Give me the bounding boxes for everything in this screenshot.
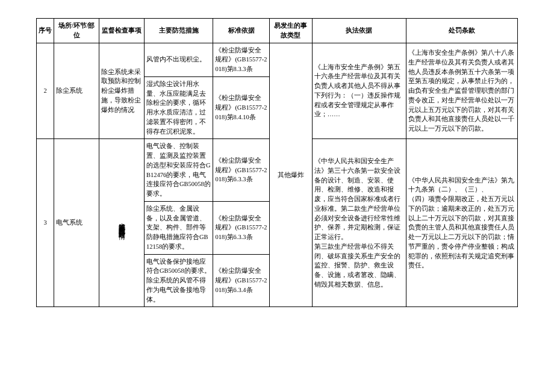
cell-measure: 除尘系统、金属设备，以及金属管道、支架、构件、部件等防静电措施应符合GB1215…: [144, 201, 213, 254]
cell-inspect: 除尘系统未采取预防和控制粉尘爆炸措施，导致粉尘爆炸的情况: [99, 43, 145, 139]
cell-basis: 《粉尘防爆安全规程》(GB15577-2018)第8.3.3条: [213, 43, 270, 76]
col-accident: 易发生的事故类型: [270, 19, 313, 43]
col-measure: 主要防范措施: [144, 19, 213, 43]
cell-place: 电气系统: [54, 139, 99, 307]
table-header-row: 序号 场所/环节/部位 监督检查事项 主要防范措施 标准依据 易发生的事故类型 …: [37, 19, 518, 43]
cell-measure: 电气设备、控制装置、监测及监控装置的选型和安装应符合GB12476的要求，电气连…: [144, 139, 213, 202]
cell-place: 除尘系统: [54, 43, 99, 139]
col-inspect: 监督检查事项: [99, 19, 145, 43]
cell-measure: 电气设备保护接地应符合GB50058的要求。除尘系统的风管不得作为电气设备接地导…: [144, 254, 213, 307]
table-row: 2 除尘系统 除尘系统未采取预防和控制粉尘爆炸措施，导致粉尘爆炸的情况 风管内不…: [37, 43, 518, 76]
cell-law: 《中华人民共和国安全生产法》第三十六条第一款安全设备的设计、制造、安装、使用、检…: [312, 139, 406, 307]
cell-seq: 3: [37, 139, 54, 307]
cell-measure: 风管内不出现积尘。: [144, 43, 213, 76]
col-place: 场所/环节/部位: [54, 19, 99, 43]
cell-penalty: 《中华人民共和国安全生产法》第九十九条第（二）、（三）、 （四）项责令限期改正，…: [406, 139, 517, 307]
cell-seq: 2: [37, 43, 54, 139]
col-law: 执法依据: [312, 19, 406, 43]
col-penalty: 处罚条款: [406, 19, 517, 43]
cell-inspect: 尘域选符昭发及新儿粉区的不在时路致情: [99, 139, 145, 307]
cell-law: 《上海市安全生产条例》第五十六条生产经营单位及其有关负责人或者其他人员不得从事下…: [312, 43, 406, 139]
cell-basis: 《粉尘防爆安全规程》(GB15577-2018)第6.3.3条: [213, 201, 270, 254]
cell-measure: 湿式除尘设计用水量、水压应能满足去除粉尘的要求，循环用水水质应清洁，过滤装置不得…: [144, 76, 213, 139]
cell-basis: 《粉尘防爆安全规程》(GB15577-2018)第8.4.10条: [213, 76, 270, 139]
regulation-table: 序号 场所/环节/部位 监督检查事项 主要防范措施 标准依据 易发生的事故类型 …: [36, 18, 518, 307]
cell-penalty: 《上海市安全生产条例》第八十八条生产经营单位及其有关负责人或者其他人员违反本条例…: [406, 43, 517, 139]
col-seq: 序号: [37, 19, 54, 43]
col-basis: 标准依据: [213, 19, 270, 43]
cell-basis: 《粉尘防爆安全规程》(GB15577-2018)第6.3.3条: [213, 139, 270, 202]
cell-basis: 《粉尘防爆安全规程》(GB15577-2018)第6.3.4条: [213, 254, 270, 307]
cell-accident: 其他爆炸: [270, 43, 313, 307]
